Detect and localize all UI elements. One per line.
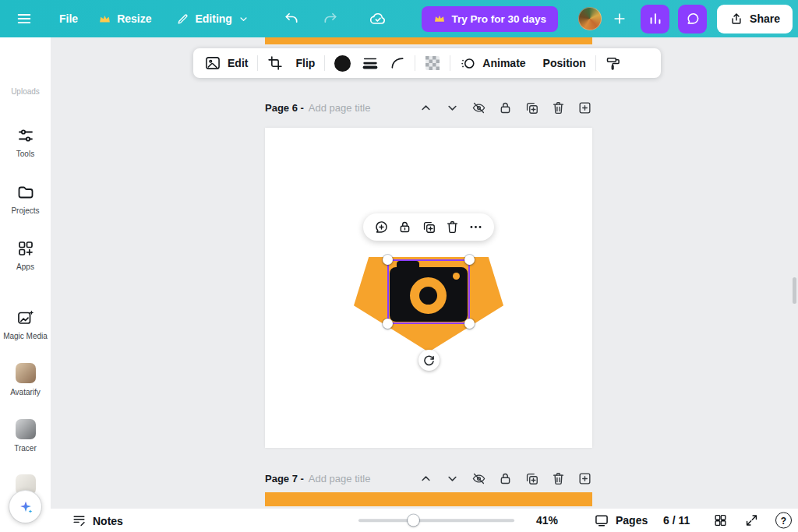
rotate-handle[interactable] — [418, 350, 440, 371]
camera-lens-center — [419, 287, 437, 305]
delete-page-button[interactable] — [551, 471, 566, 486]
format-painter-button[interactable] — [606, 55, 621, 71]
hide-page-button[interactable] — [471, 471, 486, 486]
sidebar-item-tools[interactable]: Tools — [0, 126, 51, 158]
stroke-weights-icon — [362, 55, 379, 72]
image-icon — [204, 55, 221, 72]
rotate-icon — [423, 354, 435, 366]
page-indicator: 6 / 11 — [663, 514, 690, 527]
page-5-bottom-edge — [265, 37, 592, 44]
pages-panel-button[interactable]: Pages — [594, 513, 648, 528]
add-member-button[interactable] — [612, 11, 627, 26]
editing-label: Editing — [195, 12, 231, 25]
chevron-down-icon — [445, 471, 460, 486]
editing-mode-selector[interactable]: Editing — [176, 12, 249, 26]
delete-button[interactable] — [445, 220, 460, 234]
resize-handle-top-left[interactable] — [383, 255, 393, 265]
resize-handle-bottom-left[interactable] — [383, 319, 393, 329]
sidebar-item-apps[interactable]: Apps — [0, 239, 51, 271]
chevron-down-icon — [238, 13, 249, 25]
duplicate-icon — [524, 100, 539, 115]
page-7-title-placeholder[interactable]: Add page title — [309, 473, 371, 484]
help-button[interactable]: ? — [775, 513, 792, 529]
separator — [595, 55, 596, 71]
resize-handle-bottom-right[interactable] — [464, 319, 475, 329]
animate-icon — [460, 55, 476, 72]
stroke-weight-button[interactable] — [362, 55, 379, 72]
folder-icon — [16, 183, 35, 202]
help-label: ? — [781, 515, 786, 526]
menu-button[interactable] — [16, 10, 33, 27]
file-menu-button[interactable]: File — [59, 12, 78, 25]
comments-button[interactable] — [678, 5, 707, 33]
color-swatch-button[interactable] — [334, 55, 351, 72]
duplicate-button[interactable] — [422, 220, 436, 234]
add-page-button[interactable] — [577, 100, 592, 115]
sidebar-item-magic-media[interactable]: Magic Media — [0, 308, 51, 340]
lock-button[interactable] — [397, 220, 412, 234]
comment-button[interactable] — [374, 220, 389, 234]
paint-roller-icon — [606, 55, 621, 71]
line-curve-button[interactable] — [390, 55, 405, 71]
zoom-slider-thumb[interactable] — [408, 515, 419, 527]
redo-icon — [323, 11, 338, 26]
insights-button[interactable] — [641, 5, 669, 33]
sidebar-item-uploads[interactable]: Uploads — [0, 87, 51, 96]
position-button[interactable]: Position — [543, 57, 586, 69]
page-7-title: Page 7 - — [265, 473, 304, 484]
selected-camera-element[interactable] — [387, 259, 470, 324]
resize-button[interactable]: Resize — [98, 12, 151, 26]
context-toolbar: Edit Flip Animate Position — [193, 48, 661, 78]
duplicate-page-button[interactable] — [524, 100, 539, 115]
transparency-button[interactable] — [425, 55, 440, 71]
trash-icon — [551, 471, 566, 486]
notes-button[interactable]: Notes — [72, 513, 123, 528]
flip-button[interactable]: Flip — [295, 57, 315, 69]
chevron-down-icon — [445, 100, 460, 115]
sidebar-item-avatarify[interactable]: Avatarify — [0, 363, 51, 396]
page-7-canvas-top[interactable] — [265, 492, 592, 506]
hide-page-button[interactable] — [471, 100, 486, 115]
tracer-thumbnail — [16, 419, 36, 439]
status-bar: Notes 41% Pages 6 / 11 ? — [0, 509, 798, 532]
page-7-controls — [418, 471, 592, 486]
apps-label: Apps — [16, 262, 34, 271]
edit-image-button[interactable]: Edit — [204, 55, 248, 72]
animate-button[interactable]: Animate — [460, 55, 525, 72]
crop-button[interactable] — [267, 55, 283, 71]
chat-icon — [685, 11, 701, 26]
lock-page-button[interactable] — [498, 100, 513, 115]
share-button[interactable]: Share — [717, 5, 793, 33]
add-page-icon — [577, 471, 592, 486]
grid-view-button[interactable] — [713, 513, 728, 528]
try-pro-label: Try Pro for 30 days — [452, 13, 547, 25]
magic-media-icon — [16, 308, 35, 327]
delete-page-button[interactable] — [551, 100, 566, 115]
resize-handle-top-right[interactable] — [464, 255, 475, 265]
transparency-checker-icon — [425, 55, 440, 71]
fullscreen-button[interactable] — [744, 513, 759, 528]
pages-label: Pages — [616, 514, 648, 527]
fullscreen-icon — [744, 513, 759, 528]
add-page-button[interactable] — [577, 471, 592, 486]
avatar[interactable] — [578, 7, 602, 30]
save-status-button[interactable] — [369, 10, 387, 27]
move-page-up-button[interactable] — [418, 100, 433, 115]
chevron-up-icon — [418, 471, 433, 486]
canvas-scrollbar[interactable] — [793, 277, 796, 304]
lock-page-button[interactable] — [498, 471, 513, 486]
more-options-button[interactable] — [468, 220, 483, 234]
comment-plus-icon — [374, 220, 389, 234]
try-pro-button[interactable]: Try Pro for 30 days — [422, 6, 559, 32]
undo-button[interactable] — [284, 11, 299, 26]
page-6-title-placeholder[interactable]: Add page title — [309, 102, 371, 114]
move-page-down-button[interactable] — [445, 471, 460, 486]
redo-button[interactable] — [323, 11, 338, 26]
zoom-slider-track[interactable] — [358, 519, 514, 522]
canva-assistant-button[interactable] — [9, 491, 41, 523]
sidebar-item-tracer[interactable]: Tracer — [0, 419, 51, 453]
move-page-down-button[interactable] — [445, 100, 460, 115]
move-page-up-button[interactable] — [418, 471, 433, 486]
sidebar-item-projects[interactable]: Projects — [0, 183, 51, 215]
duplicate-page-button[interactable] — [524, 471, 539, 486]
